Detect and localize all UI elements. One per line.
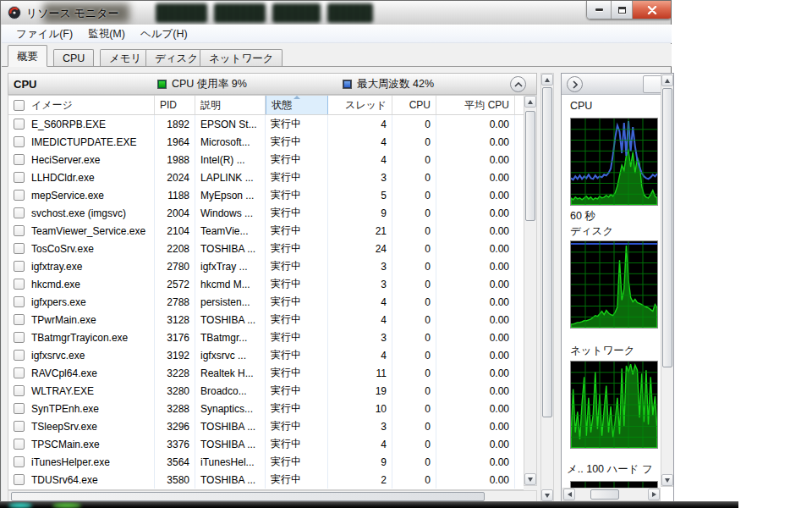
table-row[interactable]: hkcmd.exe 2572 hkcmd M... 実行中 3 0 0.00 xyxy=(8,275,524,293)
table-row[interactable]: TPwrMain.exe 3128 TOSHIBA ... 実行中 4 0 0.… xyxy=(8,311,524,329)
cell-description: igfxTray ... xyxy=(195,257,266,275)
expand-panel-button[interactable] xyxy=(567,76,583,92)
cell-description: hkcmd M... xyxy=(195,275,266,293)
cell-image: TPSCMain.exe xyxy=(8,435,155,453)
column-header-status[interactable]: 状態 xyxy=(266,96,328,114)
scrollbar-thumb[interactable] xyxy=(525,111,535,221)
table-row[interactable]: TosCoSrv.exe 2208 TOSHIBA ... 実行中 24 0 0… xyxy=(8,240,524,257)
scroll-down-button[interactable] xyxy=(661,474,673,486)
column-header-image[interactable]: イメージ xyxy=(8,96,155,114)
row-checkbox[interactable] xyxy=(14,350,25,361)
network-graph-label: ネットワーク xyxy=(570,344,634,358)
row-checkbox[interactable] xyxy=(14,439,25,450)
cpu-section-header[interactable]: CPU CPU 使用率 9% 最大周波数 42% xyxy=(8,73,537,95)
table-row[interactable]: igfxpers.exe 2788 persisten... 実行中 4 0 0… xyxy=(8,293,524,311)
row-checkbox[interactable] xyxy=(14,190,25,201)
arrow-down-icon xyxy=(528,478,533,482)
table-row[interactable]: iTunesHelper.exe 3564 iTunesHel... 実行中 9… xyxy=(8,453,524,471)
row-checkbox[interactable] xyxy=(14,207,25,218)
cell-pid: 3376 xyxy=(155,435,195,453)
scroll-up-button[interactable] xyxy=(524,96,536,108)
cell-pid: 3280 xyxy=(155,382,195,400)
menu-monitor[interactable]: 監視(M) xyxy=(80,25,133,43)
tab-memory[interactable]: メモリ xyxy=(100,49,151,67)
column-header-avg-cpu[interactable]: 平均 CPU xyxy=(436,96,515,114)
menu-help[interactable]: ヘルプ(H) xyxy=(133,25,195,43)
scroll-right-button[interactable] xyxy=(648,489,660,500)
tab-disk[interactable]: ディスク xyxy=(145,49,207,67)
cell-image: SynTPEnh.exe xyxy=(8,400,155,417)
maximize-button[interactable] xyxy=(612,1,633,19)
cell-description: igfxsrvc ... xyxy=(195,346,266,364)
column-header-description[interactable]: 説明 xyxy=(195,96,266,114)
column-header-pid[interactable]: PID xyxy=(155,96,195,114)
scrollbar-thumb[interactable] xyxy=(542,87,552,417)
table-row[interactable]: RAVCpl64.exe 3228 Realtek H... 実行中 11 0 … xyxy=(8,364,524,382)
row-checkbox[interactable] xyxy=(14,119,25,130)
row-checkbox[interactable] xyxy=(14,172,25,183)
table-row[interactable]: TSleepSrv.exe 3296 TOSHIBA ... 実行中 3 0 0… xyxy=(8,417,524,435)
menu-file[interactable]: ファイル(F) xyxy=(8,25,80,43)
process-name: igfxtray.exe xyxy=(31,261,82,273)
panel-horizontal-scrollbar[interactable] xyxy=(562,488,661,501)
table-row[interactable]: igfxsrvc.exe 3192 igfxsrvc ... 実行中 4 0 0… xyxy=(8,346,524,364)
row-checkbox[interactable] xyxy=(14,225,25,236)
cell-image: TosCoSrv.exe xyxy=(8,240,155,257)
table-row[interactable]: mepService.exe 1188 MyEpson ... 実行中 5 0 … xyxy=(8,186,524,204)
row-checkbox[interactable] xyxy=(14,296,25,307)
column-header-threads[interactable]: スレッド xyxy=(328,96,392,114)
row-checkbox[interactable] xyxy=(14,474,25,485)
scroll-up-button[interactable] xyxy=(661,75,673,86)
window-title: リソース モニター xyxy=(26,6,118,21)
close-button[interactable] xyxy=(633,1,671,19)
row-checkbox[interactable] xyxy=(14,279,25,290)
caption-buttons xyxy=(586,1,671,19)
scroll-up-button[interactable] xyxy=(541,74,553,86)
row-checkbox[interactable] xyxy=(14,421,25,432)
row-checkbox[interactable] xyxy=(14,261,25,272)
scroll-down-button[interactable] xyxy=(541,489,553,501)
cell-avg-cpu: 0.00 xyxy=(436,400,515,417)
row-checkbox[interactable] xyxy=(14,314,25,325)
row-checkbox[interactable] xyxy=(14,456,25,467)
titlebar[interactable]: リソース モニター xyxy=(1,1,671,25)
scrollbar-thumb[interactable] xyxy=(662,88,672,367)
table-row[interactable]: E_S60RPB.EXE 1892 EPSON St... 実行中 4 0 0.… xyxy=(8,115,524,133)
row-checkbox[interactable] xyxy=(14,403,25,414)
table-row[interactable]: TDUSrv64.exe 3580 TOSHIBA ... 実行中 2 0 0.… xyxy=(8,471,524,489)
tab-network[interactable]: ネットワーク xyxy=(200,49,283,67)
tab-cpu[interactable]: CPU xyxy=(53,49,94,67)
table-row[interactable]: igfxtray.exe 2780 igfxTray ... 実行中 3 0 0… xyxy=(8,257,524,275)
collapse-section-button[interactable] xyxy=(510,76,526,92)
table-row[interactable]: IMEDICTUPDATE.EXE 1964 Microsoft... 実行中 … xyxy=(8,133,524,151)
select-all-checkbox[interactable] xyxy=(14,100,25,111)
table-row[interactable]: WLTRAY.EXE 3280 Broadco... 実行中 19 0 0.00 xyxy=(8,382,524,400)
scrollbar-thumb[interactable] xyxy=(590,489,619,500)
table-row[interactable]: HeciServer.exe 1988 Intel(R) ... 実行中 4 0… xyxy=(8,151,524,168)
table-row[interactable]: TBatmgrTrayicon.exe 3176 TBatmgr... 実行中 … xyxy=(8,329,524,346)
table-row[interactable]: TPSCMain.exe 3376 TOSHIBA ... 実行中 4 0 0.… xyxy=(8,435,524,453)
taskbar-strip[interactable] xyxy=(0,501,738,508)
row-checkbox[interactable] xyxy=(14,367,25,378)
cell-pid: 2208 xyxy=(155,240,195,257)
table-vertical-scrollbar[interactable] xyxy=(524,95,537,486)
table-row[interactable]: TeamViewer_Service.exe 2104 TeamVie... 実… xyxy=(8,222,524,240)
table-row[interactable]: LLHDCldr.exe 2024 LAPLINK ... 実行中 3 0 0.… xyxy=(8,168,524,186)
scroll-down-button[interactable] xyxy=(524,473,536,485)
scroll-left-button[interactable] xyxy=(563,489,575,500)
column-header-cpu[interactable]: CPU xyxy=(392,96,436,114)
cell-cpu: 0 xyxy=(392,471,436,489)
table-row[interactable]: svchost.exe (imgsvc) 2004 Windows ... 実行… xyxy=(8,204,524,222)
table-row[interactable]: SynTPEnh.exe 3288 Synaptics... 実行中 10 0 … xyxy=(8,400,524,417)
cell-image: igfxtray.exe xyxy=(8,257,155,275)
overview-pane-scrollbar[interactable] xyxy=(540,73,554,502)
scrollbar-thumb[interactable] xyxy=(11,492,485,501)
minimize-button[interactable] xyxy=(587,1,612,19)
row-checkbox[interactable] xyxy=(14,243,25,254)
panel-vertical-scrollbar[interactable] xyxy=(661,74,674,487)
row-checkbox[interactable] xyxy=(14,136,25,147)
row-checkbox[interactable] xyxy=(14,332,25,343)
tab-overview[interactable]: 概要 xyxy=(8,45,47,67)
row-checkbox[interactable] xyxy=(14,385,25,396)
row-checkbox[interactable] xyxy=(14,154,25,165)
